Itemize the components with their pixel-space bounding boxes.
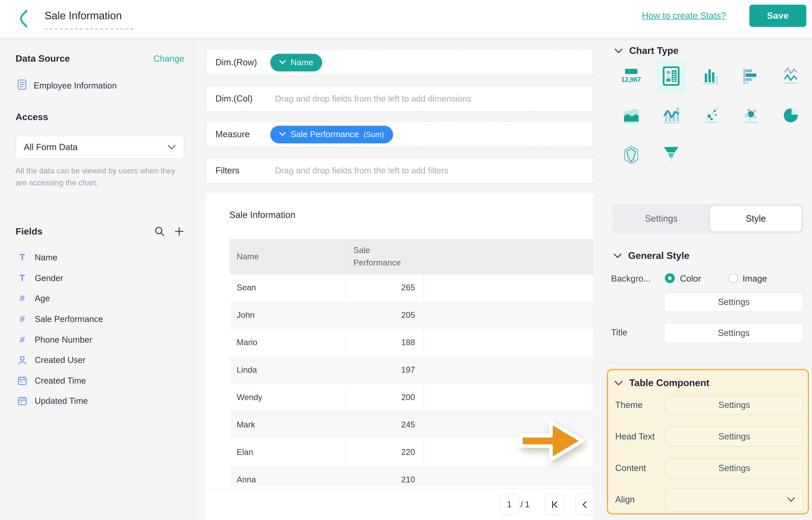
cell-name: Anna [229, 466, 346, 486]
tc-label-content: Content [615, 463, 646, 474]
access-select[interactable]: All Form Data [16, 136, 184, 159]
cell-name: Wendy [229, 384, 346, 411]
table-header-cell: Sale Performance [346, 239, 424, 275]
form-document-icon [17, 79, 27, 92]
field-pill-sale-performance[interactable]: Sale Performance(Sum) [270, 126, 393, 143]
text-field-icon: T [17, 273, 27, 284]
access-description: All the data can be viewed by users when… [16, 165, 187, 188]
chart-type-line-icon[interactable] [776, 58, 806, 94]
panel-divider [610, 363, 805, 363]
chart-type-area-icon[interactable] [616, 98, 646, 133]
cell-empty [423, 356, 593, 384]
measure-label: Measure [216, 129, 270, 139]
table-row: Wendy 200 [229, 384, 593, 411]
field-item-gender[interactable]: T Gender [0, 268, 193, 288]
background-image-option[interactable]: Image [743, 274, 767, 284]
field-label: Name [34, 253, 57, 262]
page-number-box[interactable]: 1 [500, 494, 519, 515]
field-item-sale-performance[interactable]: # Sale Performance [0, 309, 193, 329]
field-pill-name[interactable]: Name [270, 53, 322, 71]
theme-settings-button[interactable]: Settings [665, 395, 803, 415]
tutorial-arrow-icon [518, 412, 586, 472]
table-component-section: Table Component ThemeSettingsHead TextSe… [607, 369, 809, 514]
head-text-settings-button[interactable]: Settings [665, 427, 803, 447]
save-button[interactable]: Save [749, 5, 806, 27]
data-source-item[interactable]: Employee Information [17, 79, 117, 92]
general-style-header[interactable]: General Style [613, 250, 689, 261]
search-icon[interactable] [154, 226, 165, 237]
field-item-phone-number[interactable]: # Phone Number [0, 329, 193, 350]
dim-row-dropzone[interactable]: Dim.(Row)Name [206, 49, 594, 76]
help-link[interactable]: How to create Stats? [642, 10, 726, 21]
dim-col-label: Dim.(Col) [216, 94, 270, 104]
cell-name: Mario [229, 329, 346, 356]
chart-type-table-icon[interactable] [656, 58, 686, 94]
right-settings-panel: Chart Type 12,987 Settings Style General… [606, 38, 812, 520]
table-component-header[interactable]: Table Component [614, 377, 709, 389]
page-title: Sale Information [45, 9, 122, 22]
field-item-name[interactable]: T Name [0, 248, 193, 268]
filters-dropzone[interactable]: FiltersDrag and drop fields from the lef… [206, 157, 594, 184]
background-settings-button[interactable]: Settings [664, 292, 804, 312]
change-data-source-link[interactable]: Change [153, 54, 184, 64]
background-label: Backgro... [611, 274, 651, 284]
field-item-updated-time[interactable]: Updated Time [0, 391, 193, 411]
chart-type-funnel-icon[interactable] [656, 137, 686, 173]
background-color-option[interactable]: Color [680, 274, 701, 284]
cell-value: 210 [346, 466, 424, 486]
prev-page-icon[interactable] [575, 494, 594, 515]
table-header-row: NameSale Performance [229, 239, 593, 275]
table-row: Mario 188 [229, 329, 593, 356]
field-item-created-time[interactable]: Created Time [0, 370, 193, 391]
cell-value: 205 [346, 302, 424, 329]
chart-type-metric-icon[interactable]: 12,987 [616, 58, 646, 94]
cell-value: 188 [346, 329, 424, 356]
dim-col-dropzone[interactable]: Dim.(Col)Drag and drop fields from the l… [206, 85, 594, 112]
cell-empty [423, 302, 593, 329]
table-row: John 205 [229, 302, 593, 329]
tc-label-head-text: Head Text [615, 432, 655, 442]
chart-type-combo-icon[interactable] [656, 98, 686, 133]
tab-settings[interactable]: Settings [612, 204, 711, 233]
settings-style-tabs: Settings Style [612, 204, 803, 233]
stats-builder-page: Sale Information How to create Stats? Sa… [0, 0, 812, 520]
general-style-label: General Style [628, 250, 690, 261]
field-label: Created User [34, 355, 85, 365]
left-sidebar: Data Source Change Employee Information … [0, 38, 193, 520]
measure-dropzone[interactable]: MeasureSale Performance(Sum) [206, 121, 594, 147]
pagination-bar: 1 / 1 [206, 489, 594, 520]
fields-label: Fields [16, 226, 145, 237]
field-label: Phone Number [34, 335, 92, 344]
first-page-icon[interactable] [545, 494, 564, 515]
tab-style[interactable]: Style [710, 206, 802, 231]
title-settings-button[interactable]: Settings [664, 323, 804, 343]
table-component-label: Table Component [629, 377, 709, 389]
background-image-radio[interactable] [728, 273, 738, 283]
field-item-age[interactable]: # Age [0, 288, 193, 309]
dropzone-placeholder: Drag and drop fields from the left to ad… [275, 94, 471, 103]
align-select[interactable] [665, 488, 803, 512]
number-field-icon: # [17, 314, 27, 324]
cell-value: 220 [346, 439, 424, 466]
chart-type-bar-icon[interactable] [696, 58, 725, 94]
content-settings-button[interactable]: Settings [665, 459, 803, 478]
cell-name: Elan [229, 439, 346, 466]
chart-type-bubble-icon[interactable] [736, 98, 766, 133]
chart-type-scatter-icon[interactable] [696, 98, 725, 133]
chart-type-header[interactable]: Chart Type [614, 45, 679, 56]
field-item-created-user[interactable]: Created User [0, 350, 193, 370]
chart-type-bar-horizontal-icon[interactable] [736, 58, 766, 94]
dim-row-label: Dim.(Row) [216, 57, 270, 68]
cell-value: 200 [346, 384, 424, 411]
background-color-radio[interactable] [665, 273, 675, 283]
background-row: Backgro... Color Image [611, 272, 808, 286]
user-field-icon [17, 355, 27, 365]
chart-type-grid: 12,987 [611, 56, 811, 175]
chart-type-pie-icon[interactable] [776, 98, 806, 133]
chart-type-radar-icon[interactable] [616, 137, 646, 173]
sidebar-divider [0, 200, 193, 200]
add-field-icon[interactable] [174, 226, 184, 237]
chart-type-label: Chart Type [629, 45, 679, 56]
back-icon[interactable] [18, 9, 30, 28]
field-label: Age [34, 294, 50, 303]
